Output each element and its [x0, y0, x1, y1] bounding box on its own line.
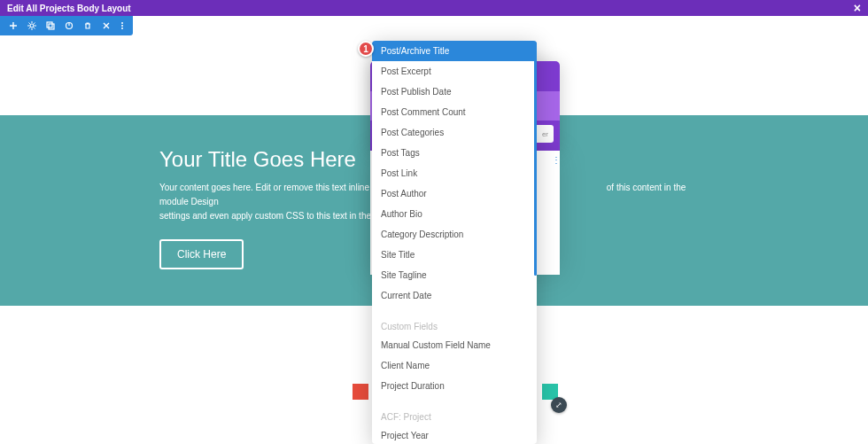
hero-button[interactable]: Click Here	[159, 239, 244, 269]
dropdown-item[interactable]: Post Publish Date	[372, 82, 537, 102]
svg-rect-1	[47, 22, 52, 27]
page-title: Edit All Projects Body Layout	[7, 4, 131, 13]
svg-point-6	[121, 27, 123, 29]
toolbar	[0, 16, 868, 35]
more-icon[interactable]	[120, 21, 124, 30]
svg-point-4	[121, 22, 123, 24]
dropdown-item[interactable]: Client Name	[372, 355, 537, 376]
trash-icon[interactable]	[83, 21, 92, 30]
dropdown-group-label: Custom Fields	[372, 316, 537, 335]
svg-point-5	[121, 25, 123, 27]
dropdown-item[interactable]: Manual Custom Field Name	[372, 335, 537, 355]
modal-more-icon[interactable]: ⋮	[552, 155, 561, 165]
exit-icon[interactable]	[102, 21, 111, 30]
dynamic-content-dropdown: Post/Archive Title Post Excerpt Post Pub…	[372, 41, 537, 444]
toolbar-actions	[0, 16, 133, 35]
dropdown-item[interactable]: Current Date	[372, 285, 537, 306]
add-icon[interactable]	[9, 21, 18, 30]
dropdown-item[interactable]: Post Categories	[372, 122, 537, 143]
expand-fab[interactable]: ⤢	[551, 397, 567, 413]
dropdown-item[interactable]: Project Duration	[372, 376, 537, 396]
dropdown-item[interactable]: Category Description	[372, 224, 537, 245]
canvas: Your Title Goes Here Your content goes h…	[0, 35, 868, 444]
dropdown-item[interactable]: Post Excerpt	[372, 61, 537, 82]
dropdown-item[interactable]: Post/Archive Title	[372, 41, 537, 61]
dropdown-scrollbar[interactable]	[534, 41, 537, 276]
gear-icon[interactable]	[27, 21, 36, 30]
dropdown-item[interactable]: Post Author	[372, 183, 537, 204]
dropdown-item[interactable]: Post Tags	[372, 143, 537, 163]
module-handle-red[interactable]	[353, 384, 368, 400]
duplicate-icon[interactable]	[46, 21, 55, 30]
dropdown-list: Post/Archive Title Post Excerpt Post Pub…	[372, 41, 537, 444]
dropdown-item[interactable]: Project Year	[372, 425, 537, 444]
dropdown-item[interactable]: Site Title	[372, 245, 537, 265]
svg-point-0	[30, 24, 34, 27]
annotation-marker-1: 1	[358, 41, 374, 57]
svg-rect-2	[49, 24, 54, 29]
dropdown-item[interactable]: Author Bio	[372, 204, 537, 224]
dropdown-item[interactable]: Site Tagline	[372, 265, 537, 285]
dropdown-item[interactable]: Post Comment Count	[372, 102, 537, 122]
top-bar: Edit All Projects Body Layout ×	[0, 0, 868, 16]
power-icon[interactable]	[65, 21, 74, 30]
close-icon[interactable]: ×	[854, 2, 861, 14]
dropdown-group-label: ACF: Project	[372, 407, 537, 425]
dropdown-item[interactable]: Post Link	[372, 163, 537, 183]
